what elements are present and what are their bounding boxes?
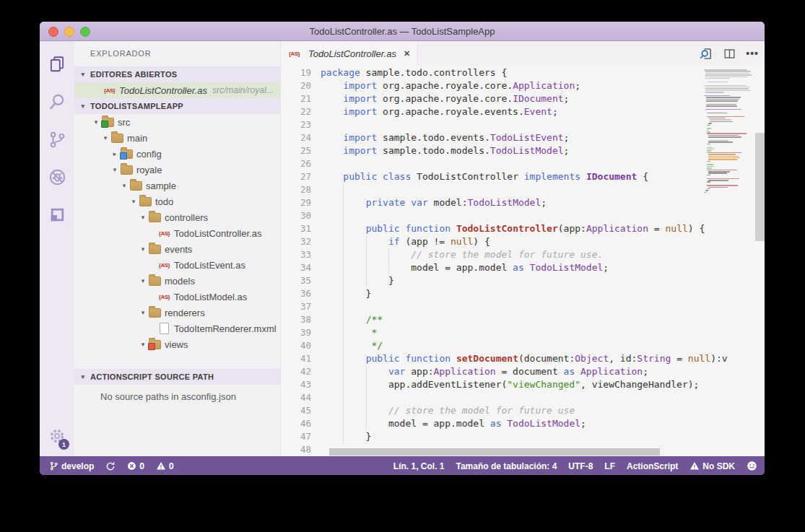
- find-in-file-icon[interactable]: [700, 47, 713, 61]
- minimap[interactable]: [704, 66, 755, 456]
- code-line-41: 41 public function setDocument(document:…: [281, 352, 704, 365]
- status-item-smiley[interactable]: [747, 461, 757, 471]
- explorer-icon[interactable]: [40, 48, 74, 80]
- line-number: 27: [281, 170, 311, 183]
- twisty-open-icon[interactable]: ▾: [137, 277, 149, 284]
- code-line-25: 25 import sample.todo.models.TodoListMod…: [281, 144, 704, 157]
- title-bar[interactable]: TodoListController.as — TodoListSampleAp…: [40, 22, 765, 41]
- folder-icon: [121, 165, 133, 175]
- section-project[interactable]: ▾ TODOLISTSAMPLEAPP: [74, 98, 280, 114]
- minimap-line: [707, 166, 715, 167]
- minimap-line: [706, 100, 738, 102]
- tree-item-controllers[interactable]: ▾controllers: [74, 209, 280, 225]
- extensions-icon[interactable]: [40, 199, 74, 230]
- twisty-open-icon[interactable]: ▾: [109, 166, 121, 173]
- tree-item-todolistmodel-as[interactable]: {AS}TodoListModel.as: [74, 289, 280, 305]
- minimap-line: [705, 77, 747, 78]
- code-editor[interactable]: 19package sample.todo.controllers {20 im…: [281, 66, 765, 456]
- twisty-open-icon[interactable]: ▾: [118, 182, 130, 189]
- status-item-sync[interactable]: [105, 461, 116, 471]
- folder-icon: [149, 340, 161, 349]
- status-item-no-sdk[interactable]: No SDK: [689, 461, 735, 471]
- open-editor-item[interactable]: {AS}TodoListController.assrc/main/royal.…: [74, 82, 280, 98]
- line-number: 30: [281, 209, 311, 222]
- minimize-window-button[interactable]: [64, 27, 74, 37]
- line-number: 25: [281, 144, 311, 157]
- twisty-open-icon[interactable]: ▾: [137, 341, 149, 348]
- tree-item-src[interactable]: ▾src: [74, 114, 280, 130]
- minimap-line: [707, 149, 714, 150]
- tree-item-views[interactable]: ▾views: [74, 336, 280, 352]
- section-open-editors[interactable]: ▾ EDITORES ABIERTOS: [74, 66, 280, 82]
- line-number: 32: [281, 235, 311, 248]
- line-number: 46: [281, 417, 311, 430]
- status-item-label: Tamaño de tabulación: 4: [456, 461, 557, 471]
- status-item-tama-o-de-tabulaci-n-4[interactable]: Tamaño de tabulación: 4: [456, 461, 557, 471]
- minimap-line: [705, 88, 749, 90]
- open-editor-path: src/main/royal...: [212, 85, 274, 95]
- line-number: 37: [281, 300, 311, 313]
- twisty-open-icon[interactable]: ▾: [90, 118, 102, 126]
- status-item-label: ActionScript: [627, 461, 678, 471]
- line-number: 41: [281, 352, 311, 365]
- minimap-line: [707, 144, 710, 145]
- twisty-open-icon[interactable]: ▾: [128, 198, 139, 205]
- minimap-line: [707, 188, 710, 190]
- tree-item-models[interactable]: ▾models: [74, 273, 280, 289]
- twisty-closed-icon[interactable]: ▸: [109, 150, 121, 157]
- branch-icon: [49, 461, 58, 471]
- status-item-l-n-1-col-1[interactable]: Lín. 1, Col. 1: [393, 461, 445, 471]
- source-control-icon[interactable]: [40, 123, 74, 155]
- minimap-line: [705, 71, 751, 72]
- twisty-open-icon[interactable]: ▾: [137, 309, 149, 316]
- tree-item-events[interactable]: ▾events: [74, 241, 280, 257]
- code-line-19: 19package sample.todo.controllers {: [281, 66, 704, 79]
- search-icon[interactable]: [40, 86, 74, 118]
- status-item-lf[interactable]: LF: [604, 461, 615, 471]
- tree-item-royale[interactable]: ▾royale: [74, 162, 280, 178]
- tree-item-label: controllers: [165, 212, 208, 223]
- zoom-window-button[interactable]: [80, 27, 90, 37]
- twisty-open-icon[interactable]: ▾: [137, 214, 149, 221]
- split-editor-icon[interactable]: [723, 48, 736, 60]
- more-actions-icon[interactable]: •••: [746, 48, 759, 59]
- settings-gear-icon[interactable]: 1: [40, 422, 74, 450]
- code-line-35: 35 }: [281, 274, 704, 287]
- tree-item-todolistcontroller-as[interactable]: {AS}TodoListController.as: [74, 225, 280, 241]
- tree-item-label: config: [136, 149, 162, 160]
- tree-item-sample[interactable]: ▾sample: [74, 178, 280, 193]
- folder-icon: [111, 134, 123, 143]
- tree-item-config[interactable]: ▸config: [74, 146, 280, 162]
- status-item-develop[interactable]: develop: [49, 461, 94, 471]
- code-line-31: 31 public function TodoListController(ap…: [281, 222, 704, 235]
- minimap-line: [706, 104, 736, 105]
- tree-item-label: royale: [136, 165, 162, 175]
- close-window-button[interactable]: [48, 27, 58, 37]
- folder-icon: [121, 149, 133, 159]
- tree-item-main[interactable]: ▾main: [74, 130, 280, 146]
- section-source-path[interactable]: ▾ ACTIONSCRIPT SOURCE PATH: [74, 369, 280, 385]
- debug-disabled-icon[interactable]: [40, 161, 74, 193]
- tree-item-todolistevent-as[interactable]: {AS}TodoListEvent.as: [74, 257, 280, 273]
- tab-todolistcontroller[interactable]: {AS} TodoListController.as ✕: [281, 41, 418, 66]
- tree-item-label: TodoListController.as: [174, 228, 261, 239]
- minimap-line: [707, 164, 713, 165]
- status-item-label: No SDK: [702, 461, 735, 471]
- status-item-utf-8[interactable]: UTF-8: [568, 461, 593, 471]
- minimap-line: [705, 109, 741, 110]
- status-item-actionscript[interactable]: ActionScript: [627, 461, 678, 471]
- horizontal-scrollbar-thumb[interactable]: [329, 448, 660, 455]
- tree-item-todo[interactable]: ▾todo: [74, 193, 280, 209]
- status-item-0[interactable]: 0: [127, 461, 144, 471]
- status-item-0[interactable]: 0: [156, 461, 174, 471]
- minimap-line: [707, 147, 713, 149]
- vertical-scrollbar-thumb[interactable]: [755, 133, 765, 241]
- minimap-line: [706, 105, 737, 107]
- tab-close-icon[interactable]: ✕: [404, 49, 410, 58]
- code-line-45: 45 // store the model for future use: [281, 404, 704, 417]
- tree-item-todoitemrenderer-mxml[interactable]: TodoItemRenderer.mxml: [74, 320, 280, 336]
- tree-item-renderers[interactable]: ▾renderers: [74, 305, 280, 320]
- twisty-open-icon[interactable]: ▾: [100, 134, 111, 141]
- minimap-line: [704, 95, 730, 97]
- twisty-open-icon[interactable]: ▾: [137, 245, 149, 253]
